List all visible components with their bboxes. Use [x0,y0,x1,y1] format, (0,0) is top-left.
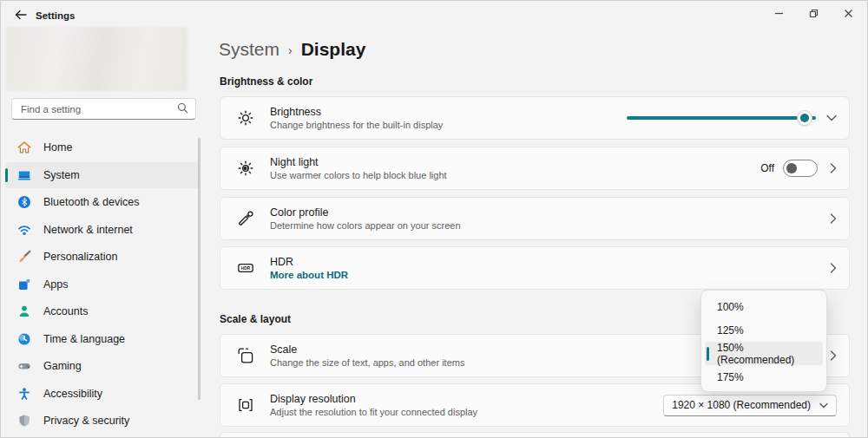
option-label: 125% [717,324,744,337]
sidebar-item-bluetooth-devices[interactable]: Bluetooth & devices [5,189,200,215]
brightness-slider[interactable] [627,110,816,126]
slider-track [627,116,816,120]
option-label: 175% [717,371,744,383]
sidebar-item-label: Personalization [43,251,117,263]
hdr-title: HDR [270,256,348,268]
apps-icon [17,278,31,291]
sidebar-item-label: Gaming [43,360,82,372]
bluetooth-icon [17,195,31,209]
sidebar-item-label: Time & language [43,333,125,345]
toggle-knob [786,163,797,173]
color-dropper-icon [235,208,256,229]
brightness-subtitle: Change brightness for the built-in displ… [270,120,443,130]
breadcrumb-parent[interactable]: System [219,39,279,60]
night-light-icon [235,158,256,179]
scale-dropdown-flyout: 100% 125% 150% (Recommended) 175% [700,290,827,392]
titlebar: Settings [1,1,867,27]
time-language-clock-icon [17,332,31,346]
sidebar-item-label: Privacy & security [43,415,129,427]
color-profile-subtitle: Determine how colors appear on your scre… [270,220,461,231]
restore-icon[interactable] [796,1,831,25]
search-icon [177,101,188,117]
window-controls [761,1,865,25]
chevron-down-icon [819,402,828,409]
night-light-subtitle: Use warmer colors to help block blue lig… [270,170,447,180]
sidebar-scrollbar[interactable] [198,138,201,400]
chevron-right-icon[interactable] [830,350,837,361]
sidebar-item-apps[interactable]: Apps [5,271,200,297]
option-label: 100% [717,301,744,313]
search-input[interactable] [21,104,177,114]
sidebar-item-label: Home [43,141,72,154]
sidebar-nav: Home System Bluetooth & devices Net [5,134,200,435]
user-profile-blurred [6,27,187,91]
breadcrumb: System › Display [219,39,365,60]
sidebar-item-home[interactable]: Home [5,134,200,160]
svg-text:HDR: HDR [241,266,251,271]
chevron-right-icon[interactable] [830,263,837,273]
display-resolution-subtitle: Adjust the resolution to fit your connec… [270,407,477,417]
system-icon [17,168,31,182]
color-profile-title: Color profile [270,206,461,219]
scale-title: Scale [270,343,464,356]
selected-accent-bar [5,168,8,182]
sidebar-item-personalization[interactable]: Personalization [5,244,200,270]
section-heading-scale-layout: Scale & layout [220,313,291,325]
chevron-right-icon[interactable] [830,213,837,224]
breadcrumb-separator-icon: › [288,43,293,57]
option-label: 150% (Recommended) [717,342,823,366]
back-button[interactable] [10,5,32,24]
privacy-shield-icon [17,414,31,428]
chevron-right-icon[interactable] [830,163,837,173]
personalization-brush-icon [17,250,31,264]
sidebar-item-label: Network & internet [43,224,133,236]
sidebar-item-privacy-security[interactable]: Privacy & security [5,408,200,434]
slider-thumb[interactable] [797,110,812,126]
color-profile-card[interactable]: Color profile Determine how colors appea… [220,197,850,240]
sidebar-item-label: Accessibility [43,388,102,400]
minimize-icon[interactable] [761,1,796,25]
brightness-sun-icon [235,108,256,128]
sidebar-item-accounts[interactable]: Accounts [5,298,200,324]
home-icon [17,141,31,154]
sidebar-item-system[interactable]: System [5,162,200,188]
night-light-card[interactable]: Night light Use warmer colors to help bl… [220,147,850,190]
network-wifi-icon [17,223,31,237]
selected-accent-bar [707,347,709,361]
close-icon[interactable] [831,1,865,25]
next-card-partial [220,432,850,438]
scale-option-175[interactable]: 175% [705,365,823,389]
resolution-dropdown[interactable]: 1920 × 1080 (Recommended) [663,395,837,416]
resolution-dropdown-value: 1920 × 1080 (Recommended) [672,399,811,411]
sidebar-item-time-language[interactable]: Time & language [5,326,200,352]
sidebar-item-gaming[interactable]: Gaming [5,353,200,379]
sidebar-item-label: System [43,169,80,181]
search-box[interactable] [11,98,196,120]
hdr-badge-icon: HDR [235,258,256,278]
sidebar-item-label: Apps [43,278,69,291]
hdr-card[interactable]: HDR HDR More about HDR [220,246,850,290]
scale-option-125[interactable]: 125% [705,318,823,342]
app-title: Settings [36,10,75,21]
display-resolution-title: Display resolution [270,393,477,405]
brightness-title: Brightness [270,106,443,118]
night-light-toggle-state: Off [760,162,774,174]
hdr-more-link[interactable]: More about HDR [270,270,348,280]
settings-window: Settings Home [0,0,868,438]
accessibility-person-icon [17,387,31,401]
section-heading-brightness-color: Brightness & color [220,75,312,88]
scale-icon [235,345,256,366]
scale-option-100[interactable]: 100% [705,295,823,318]
chevron-down-icon[interactable] [826,114,837,121]
sidebar-item-label: Bluetooth & devices [43,196,140,208]
sidebar: Home System Bluetooth & devices Net [1,27,207,437]
brightness-card: Brightness Change brightness for the bui… [220,96,850,140]
night-light-toggle[interactable] [783,160,818,177]
resolution-icon [235,395,256,415]
sidebar-item-accessibility[interactable]: Accessibility [5,381,200,407]
accounts-person-icon [17,304,31,318]
scale-option-150-recommended[interactable]: 150% (Recommended) [705,342,823,365]
page-title: Display [301,39,366,60]
sidebar-item-network-internet[interactable]: Network & internet [5,217,200,243]
sidebar-item-label: Accounts [43,305,88,317]
